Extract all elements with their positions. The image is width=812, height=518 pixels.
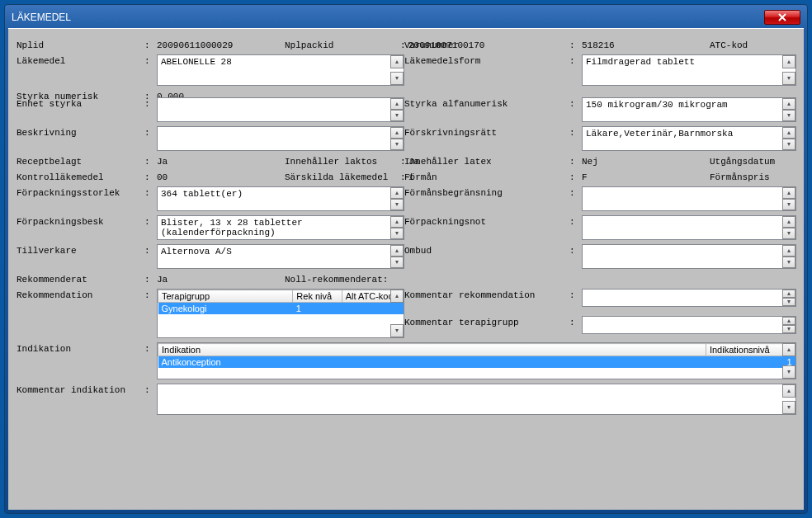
forpstorlek-label: Förpackningsstorlek: [17, 186, 144, 211]
forskriv-label: Förskrivningsrätt: [404, 126, 569, 151]
scroll-up-icon[interactable]: ▴: [782, 127, 795, 139]
scrollbar[interactable]: ▴▾: [782, 127, 795, 150]
scrollbar[interactable]: ▴▾: [782, 187, 795, 210]
window: LÄKEMEDEL Nplid : 20090611000029 Nplpack…: [4, 4, 808, 514]
lakemedel-input[interactable]: ABELONELLE 28 ▴ ▾: [157, 54, 404, 86]
scroll-up-icon[interactable]: ▴: [782, 317, 795, 325]
kommter-input[interactable]: ▴▾: [582, 316, 796, 334]
scroll-up-icon[interactable]: ▴: [390, 55, 404, 68]
scroll-down-icon[interactable]: ▾: [390, 324, 404, 337]
scroll-up-icon[interactable]: ▴: [782, 98, 795, 110]
rekommendation-label: Rekommendation: [17, 289, 144, 312]
scroll-up-icon[interactable]: ▴: [390, 127, 404, 139]
kommind-input[interactable]: ▴▾: [157, 384, 796, 415]
forpb-input[interactable]: Blister, 13 x 28 tabletter (kalenderförp…: [157, 215, 404, 240]
scroll-down-icon[interactable]: ▾: [390, 228, 404, 239]
scroll-down-icon[interactable]: ▾: [390, 72, 404, 85]
close-icon: [777, 13, 787, 21]
scrollbar[interactable]: ▴▾: [390, 98, 404, 121]
scroll-up-icon[interactable]: ▴: [782, 245, 795, 257]
th-reknivå[interactable]: Rek nivå: [293, 290, 342, 303]
scroll-up-icon[interactable]: ▴: [782, 384, 795, 398]
scrollbar[interactable]: ▴▾: [390, 245, 404, 268]
scrollbar[interactable]: ▴▾: [390, 187, 404, 210]
nollrek-label: Noll-rekommenderat:: [285, 275, 400, 285]
scroll-up-icon[interactable]: ▴: [782, 290, 795, 298]
scroll-up-icon[interactable]: ▴: [782, 343, 795, 356]
indikation-table[interactable]: Indikation Indikationsnivå Antikonceptio…: [157, 342, 796, 379]
laktos-label: Innehåller laktos: [285, 157, 400, 167]
scroll-up-icon[interactable]: ▴: [390, 245, 404, 257]
scroll-up-icon[interactable]: ▴: [782, 55, 795, 68]
rekom-value: Ja: [157, 275, 276, 285]
scrollbar[interactable]: ▴▾: [390, 127, 404, 150]
tillv-input[interactable]: Alternova A/S ▴▾: [157, 244, 404, 269]
scrollbar[interactable]: ▴▾: [782, 55, 795, 85]
scrollbar[interactable]: ▴▾: [782, 317, 795, 333]
table-row[interactable]: Antikonception 1: [158, 356, 795, 369]
scrollbar[interactable]: ▴▾: [390, 290, 404, 337]
besk-label: Beskrivning: [17, 126, 144, 151]
kommter-label: Kommentar terapigrupp: [404, 316, 569, 339]
formanspris-label: Förmånspris: [710, 172, 804, 182]
enhet-input[interactable]: ▴▾: [157, 97, 404, 122]
scrollbar[interactable]: ▴▾: [782, 384, 795, 414]
recept-label: Receptbelagt: [17, 155, 144, 167]
rekom-label: Rekommenderat: [17, 273, 144, 285]
scrollbar[interactable]: ▴▾: [782, 245, 795, 268]
kommind-label: Kommentar indikation: [17, 384, 144, 415]
scroll-down-icon[interactable]: ▾: [782, 325, 795, 333]
scroll-down-icon[interactable]: ▾: [782, 199, 795, 210]
scrollbar[interactable]: ▴▾: [782, 98, 795, 121]
table-header-row: Terapigrupp Rek nivå Alt ATC-kod: [158, 290, 404, 303]
latex-label: Innehåller latex: [404, 155, 569, 167]
scrollbar[interactable]: ▴▾: [390, 216, 404, 239]
th-terapigrupp[interactable]: Terapigrupp: [158, 290, 293, 303]
forpnot-input[interactable]: ▴▾: [582, 215, 796, 240]
kommrek-input[interactable]: ▴▾: [582, 289, 796, 307]
scroll-down-icon[interactable]: ▾: [782, 365, 795, 379]
scroll-up-icon[interactable]: ▴: [390, 216, 404, 228]
nplid-value: 20090611000029: [157, 40, 276, 50]
titlebar: LÄKEMEDEL: [8, 8, 804, 26]
scroll-down-icon[interactable]: ▾: [782, 139, 795, 150]
forpstorlek-input[interactable]: 364 tablett(er) ▴▾: [157, 186, 404, 211]
scroll-up-icon[interactable]: ▴: [782, 216, 795, 228]
scrollbar[interactable]: ▴▾: [782, 343, 795, 379]
scroll-down-icon[interactable]: ▾: [782, 228, 795, 239]
rekommendation-table[interactable]: Terapigrupp Rek nivå Alt ATC-kod Gynekol…: [157, 289, 404, 338]
varunr-label: Varunummer: [404, 39, 569, 50]
form-input[interactable]: Filmdragerad tablett ▴▾: [582, 54, 796, 86]
scroll-down-icon[interactable]: ▾: [782, 298, 795, 306]
styralfa-input[interactable]: 150 mikrogram/30 mikrogram ▴▾: [582, 97, 796, 122]
formansbegr-input[interactable]: ▴▾: [582, 186, 796, 211]
scroll-down-icon[interactable]: ▾: [782, 72, 795, 85]
scroll-down-icon[interactable]: ▾: [782, 257, 795, 268]
th-indikation[interactable]: Indikation: [158, 344, 706, 356]
tillv-label: Tillverkare: [17, 244, 144, 269]
latex-value: Nej: [582, 157, 701, 167]
scroll-up-icon[interactable]: ▴: [782, 187, 795, 199]
forskriv-input[interactable]: Läkare,Veterinär,Barnmorska ▴▾: [582, 126, 796, 151]
scroll-down-icon[interactable]: ▾: [390, 139, 404, 150]
scrollbar[interactable]: ▴▾: [782, 216, 795, 239]
forman-label: Förmån: [404, 171, 569, 182]
table-row[interactable]: Gynekologi 1: [158, 303, 404, 315]
scrollbar[interactable]: ▴ ▾: [390, 55, 404, 85]
besk-input[interactable]: ▴▾: [157, 126, 404, 151]
enhet-label: Enhet styrka: [17, 97, 144, 122]
kommrek-label: Kommentar rekommendation: [404, 289, 569, 312]
scroll-down-icon[interactable]: ▾: [782, 110, 795, 121]
recept-value: Ja: [157, 157, 276, 167]
sarskilda-label: Särskilda läkemedel: [285, 172, 400, 182]
scroll-up-icon[interactable]: ▴: [390, 98, 404, 110]
ombud-input[interactable]: ▴▾: [582, 244, 796, 269]
scroll-up-icon[interactable]: ▴: [390, 290, 404, 303]
scroll-down-icon[interactable]: ▾: [390, 199, 404, 210]
close-button[interactable]: [764, 10, 800, 25]
scroll-down-icon[interactable]: ▾: [782, 401, 795, 414]
scroll-down-icon[interactable]: ▾: [390, 110, 404, 121]
scroll-down-icon[interactable]: ▾: [390, 257, 404, 268]
scroll-up-icon[interactable]: ▴: [390, 187, 404, 199]
scrollbar[interactable]: ▴▾: [782, 290, 795, 306]
